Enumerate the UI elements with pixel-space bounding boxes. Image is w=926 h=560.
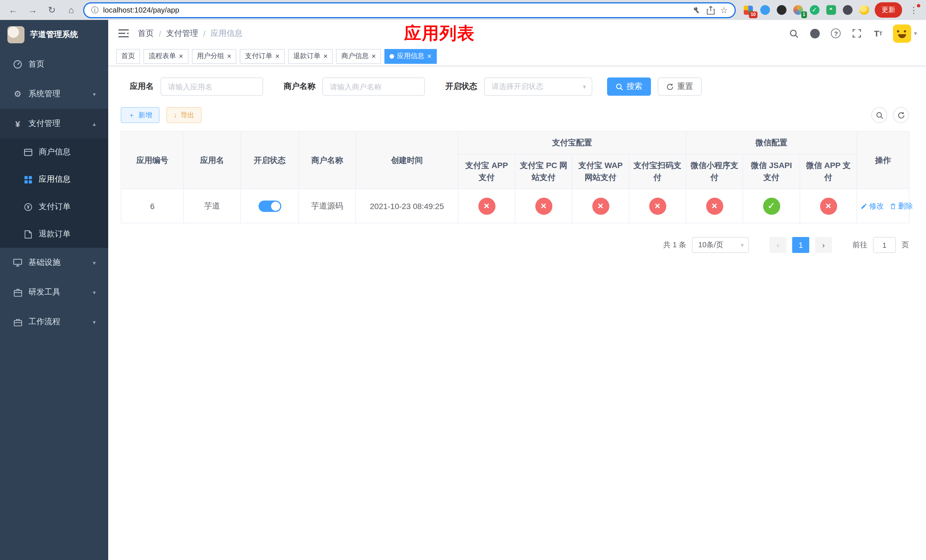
chrome-update-button[interactable]: 更新 [875, 2, 902, 18]
close-icon[interactable]: × [179, 52, 183, 60]
refresh-table-button[interactable] [893, 107, 909, 123]
tab-refund-order[interactable]: 退款订单 × [288, 49, 333, 64]
sidebar-item-workflow[interactable]: 工作流程 ▾ [0, 307, 108, 337]
tab-pay-order[interactable]: 支付订单 × [240, 49, 284, 64]
tab-app-info[interactable]: 应用信息 × [384, 49, 437, 64]
breadcrumb-home[interactable]: 首页 [138, 28, 154, 38]
chevron-down-icon: ▾ [93, 91, 96, 97]
export-button-label: 导出 [180, 110, 194, 120]
sidebar-logo-row[interactable]: 芋道管理系统 [0, 20, 108, 50]
sidebar-item-label: 支付订单 [39, 202, 71, 212]
pay-submenu: 商户信息 应用信息 支付订单 [0, 138, 108, 248]
sidebar-item-system[interactable]: ⚙ 系统管理 ▾ [0, 79, 108, 109]
profile-badge: 1 [801, 11, 807, 18]
sidebar-item-merchant-info[interactable]: 商户信息 [0, 138, 108, 166]
extension-chat-icon[interactable]: ❝ [825, 4, 837, 16]
export-button[interactable]: ↓ 导出 [166, 107, 201, 123]
breadcrumb-pay[interactable]: 支付管理 [166, 28, 198, 38]
cell-app-name: 芋道 [184, 189, 241, 223]
close-icon[interactable]: × [227, 52, 231, 60]
col-wechat-mini: 微信小程序支付 [686, 154, 743, 189]
dashboard-icon [12, 60, 23, 69]
status-toggle[interactable] [258, 200, 281, 212]
page-size-select[interactable]: 10条/页 ▾ [692, 237, 749, 253]
toolbar: ＋ 新增 ↓ 导出 [121, 107, 909, 123]
col-status: 开启状态 [241, 131, 299, 189]
search-button[interactable]: 搜索 [607, 77, 651, 96]
tab-user-group[interactable]: 用户分组 × [192, 49, 236, 64]
search-form: 应用名 商户名称 开启状态 请选择开启状态 ▾ 搜索 [130, 77, 914, 96]
cell-alipay-app: × [458, 189, 515, 223]
forward-button[interactable]: → [25, 3, 40, 17]
cell-merchant: 芋道源码 [299, 189, 356, 223]
next-page-button[interactable]: › [815, 237, 832, 253]
share-icon[interactable] [707, 5, 714, 15]
github-icon[interactable] [809, 27, 821, 39]
password-key-icon[interactable] [692, 6, 701, 14]
sidebar-item-dev-tools[interactable]: 研发工具 ▾ [0, 277, 108, 307]
browser-menu-button[interactable]: ⋮ [907, 5, 920, 15]
goto-page-input[interactable] [873, 237, 896, 253]
app-name-input[interactable] [160, 77, 263, 96]
extension-badge: 10 [749, 11, 757, 18]
col-app-name: 应用名 [184, 131, 241, 189]
merchant-name-input[interactable] [322, 77, 425, 96]
fullscreen-icon[interactable] [851, 27, 863, 39]
extension-check-icon[interactable]: ✓ [809, 4, 820, 16]
reload-button[interactable]: ↻ [44, 3, 59, 17]
address-bar[interactable]: ⓘ localhost:1024/pay/app ☆ [83, 2, 736, 18]
user-menu[interactable]: ▾ [893, 24, 917, 42]
sidebar-item-pay-order[interactable]: 支付订单 [0, 193, 108, 221]
help-icon[interactable]: ? [830, 27, 842, 39]
bookmark-star-icon[interactable]: ☆ [720, 5, 728, 15]
close-icon[interactable]: × [324, 52, 328, 60]
tab-merchant-info[interactable]: 商户信息 × [336, 49, 381, 64]
gear-icon: ⚙ [12, 89, 23, 99]
page-1-button[interactable]: 1 [792, 237, 809, 253]
chevron-down-icon: ▾ [741, 241, 744, 249]
back-button[interactable]: ← [6, 3, 21, 17]
page-info-icon[interactable]: ⓘ [91, 5, 98, 15]
sidebar-item-home[interactable]: 首页 [0, 50, 108, 79]
sidebar-item-infra[interactable]: 基础设施 ▾ [0, 248, 108, 277]
sidebar-item-pay[interactable]: ¥ 支付管理 ▴ [0, 109, 108, 138]
browser-profile-avatar[interactable] [858, 4, 870, 16]
sidebar-item-refund-order[interactable]: 退款订单 [0, 221, 108, 248]
page-content: 应用名 商户名称 开启状态 请选择开启状态 ▾ 搜索 [108, 66, 926, 560]
add-button[interactable]: ＋ 新增 [121, 107, 159, 123]
tags-view-bar: 首页 流程表单 × 用户分组 × 支付订单 × 退款订单 × [108, 47, 926, 66]
cell-created: 2021-10-23 08:49:25 [356, 189, 458, 223]
extension-dark-icon[interactable] [776, 4, 787, 16]
search-icon[interactable] [788, 27, 800, 39]
tab-process-form[interactable]: 流程表单 × [144, 49, 188, 64]
reset-button-label: 重置 [677, 82, 693, 92]
sidebar-item-label: 支付管理 [29, 118, 61, 129]
close-icon[interactable]: × [427, 52, 431, 60]
status-select[interactable]: 请选择开启状态 ▾ [484, 77, 592, 96]
edit-link[interactable]: 修改 [861, 201, 884, 211]
prev-page-button[interactable]: ‹ [769, 237, 787, 253]
profile-extension-icon[interactable]: 1 [792, 4, 803, 16]
close-icon[interactable]: × [372, 52, 376, 60]
extension-grid-icon[interactable]: 10 [743, 4, 754, 16]
col-created: 创建时间 [356, 131, 458, 189]
extension-bird-icon[interactable] [842, 4, 853, 16]
font-size-icon[interactable]: TT [872, 27, 884, 39]
col-wechat-app: 微信 APP 支付 [800, 154, 857, 189]
tab-home[interactable]: 首页 [116, 49, 140, 64]
toggle-search-button[interactable] [872, 107, 887, 123]
active-dot [390, 54, 394, 58]
extension-blue-icon[interactable] [759, 4, 770, 16]
close-icon[interactable]: × [275, 52, 279, 60]
alipay-app-status-icon: × [478, 197, 495, 215]
pagination: 共 1 条 10条/页 ▾ ‹ 1 › 前往 页 [121, 237, 909, 253]
breadcrumb-current: 应用信息 [211, 28, 243, 38]
col-app-id: 应用编号 [121, 131, 184, 189]
sidebar-item-app-info[interactable]: 应用信息 [0, 166, 108, 193]
navbar: 首页 / 支付管理 / 应用信息 应用列表 ? [108, 20, 926, 47]
menu-fold-button[interactable] [117, 27, 130, 39]
delete-link[interactable]: 删除 [890, 201, 913, 211]
reset-button[interactable]: 重置 [658, 77, 702, 96]
home-button[interactable]: ⌂ [64, 3, 79, 17]
col-merchant: 商户名称 [299, 131, 356, 189]
